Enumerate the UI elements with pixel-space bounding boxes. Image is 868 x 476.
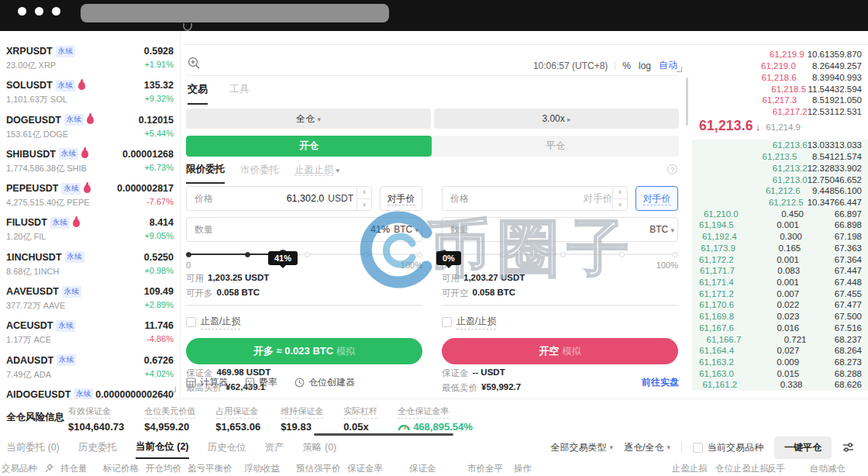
tab-tpsl-order[interactable]: 止盈止损 ▾ [294, 164, 339, 183]
bid-row[interactable]: 61,213.212.32833.902 [692, 162, 868, 174]
bottom-tab[interactable]: 当前仓位 (2) [136, 436, 189, 459]
bid-row[interactable]: 61,194.50.00166.898 [692, 219, 868, 231]
bid-row[interactable]: 61,171.40.00167.448 [692, 277, 868, 288]
column-header[interactable]: 预估强平价 [296, 463, 341, 474]
help-icon[interactable]: ? [667, 164, 677, 174]
bottom-tab[interactable]: 策略 (0) [303, 436, 337, 459]
close-position-tab[interactable]: 平仓 [432, 136, 679, 157]
watchlist-item[interactable]: SHIBUSDT永续0.000012681,774,586.38亿 SHIB+6… [6, 148, 174, 182]
price-stepper[interactable]: ∧∨ [612, 187, 627, 210]
bid-row[interactable]: 61,172.20.00167.364 [692, 254, 868, 265]
resize-corner-icon[interactable] [170, 387, 176, 392]
long-quantity-input[interactable]: 数量 41% BTC ▾ [186, 217, 422, 242]
watchlist-item[interactable]: FILUSDT永续8.4141.20亿 FIL+9.05% [6, 216, 174, 250]
only-current-symbol-checkbox[interactable]: 当前交易品种 [693, 441, 763, 454]
column-header[interactable]: 交易品种 [2, 463, 37, 474]
short-unit-dropdown[interactable]: BTC ▾ [649, 224, 674, 235]
address-bar[interactable] [81, 4, 389, 22]
column-header[interactable]: 市价全平 [467, 463, 503, 474]
short-price-input[interactable]: 价格 对手价 ∧∨ [442, 186, 628, 211]
ask-row[interactable]: 61,218.511.54432.594 [692, 83, 868, 95]
magnet-tool-icon[interactable] [181, 23, 194, 33]
resize-corner-icon[interactable] [677, 67, 682, 72]
column-header[interactable]: 保证金率 [347, 463, 383, 474]
column-header[interactable]: 标记价格 [103, 463, 139, 474]
bid-row[interactable]: 61,213.613.03313.033 [692, 140, 868, 151]
column-header[interactable]: 盈亏平衡价 [188, 463, 232, 474]
column-header[interactable]: 止盈止损 [672, 463, 708, 474]
bid-row[interactable]: 61,210.00.45066.897 [692, 208, 868, 219]
bid-row[interactable]: 61,171.20.00767.455 [692, 288, 868, 299]
long-bbo-button[interactable]: 对手价 [380, 186, 422, 211]
bid-row[interactable]: 61,171.70.08367.447 [692, 265, 868, 277]
bottom-tab[interactable]: 历史委托 [78, 436, 117, 459]
short-tpsl-label[interactable]: 止盈/止损 [456, 315, 496, 329]
tab-trade[interactable]: 交易 [188, 82, 208, 105]
bid-row[interactable]: 61,212.510.34766.447 [692, 197, 868, 209]
watchlist-item[interactable]: XRPUSDT永续0.592823.00亿 XRP+1.91% [6, 45, 174, 79]
horizontal-scrollbar[interactable] [314, 433, 453, 436]
long-price-input[interactable]: 价格 61,302.0 USDT ∧∨ [186, 186, 372, 211]
bid-row[interactable]: 61,213.012.75046.652 [692, 174, 868, 185]
watchlist-item[interactable]: AIDOGEUSDT永续0.0000000002640 [6, 388, 174, 398]
bottom-tab[interactable]: 当前委托 (0) [6, 436, 60, 459]
watchlist-item[interactable]: ADAUSDT永续0.67267.49亿 ADA+4.02% [6, 354, 174, 388]
bottom-tab[interactable]: 历史仓位 [208, 436, 246, 459]
open-position-tab[interactable]: 开仓 [186, 136, 432, 157]
watchlist-item[interactable]: DOGEUSDT永续0.12015153.61亿 DOGE+5.44% [6, 114, 174, 148]
short-quantity-input[interactable]: 数量 BTC ▾ [442, 217, 678, 242]
trade-type-filter-dropdown[interactable]: 全部交易类型▾ [551, 441, 614, 454]
tab-market-order[interactable]: 市价委托 [240, 164, 279, 183]
column-header[interactable]: 浮动收益 [244, 463, 280, 474]
column-header[interactable]: 操作 [514, 463, 532, 474]
watchlist-item[interactable]: 1INCHUSDT永续0.52508.68亿 1INCH+0.98% [6, 251, 174, 285]
bid-row[interactable]: 61,212.69.44856.100 [692, 185, 868, 197]
bid-row[interactable]: 61,163.00.01568.288 [692, 367, 868, 379]
long-tpsl-checkbox[interactable] [186, 317, 196, 327]
last-price-row[interactable]: 61,213.6 ↓ 61,214.9 [699, 118, 801, 134]
window-minimize-dot[interactable] [35, 7, 43, 16]
bid-row[interactable]: 61,167.60.01667.516 [692, 323, 868, 334]
column-header[interactable]: 开仓均价 [146, 463, 181, 474]
watchlist-item[interactable]: PEPEUSDT永续0.0000028174,275,515.40亿 PEPE-… [6, 182, 174, 216]
bid-row[interactable]: 61,192.40.30067.198 [692, 231, 868, 243]
bid-row[interactable]: 61,161.20.33868.626 [692, 379, 868, 391]
column-header[interactable]: 自动减仓 [810, 463, 846, 474]
column-header[interactable]: 仓位止盈止损 [715, 463, 769, 474]
leverage-dropdown[interactable]: 3.00x ▸ [434, 109, 679, 129]
tab-tools[interactable]: 工具 [229, 82, 250, 105]
margin-mode-filter-dropdown[interactable]: 逐仓/全仓▾ [624, 441, 670, 454]
price-stepper[interactable]: ∧∨ [356, 187, 371, 210]
bid-row[interactable]: 61,169.80.02367.500 [692, 311, 868, 323]
panel-scrollbar[interactable] [686, 78, 688, 126]
fee-rate-button[interactable]: 费率 [245, 376, 277, 389]
auto-scale-toggle[interactable]: 自动 [659, 59, 677, 72]
bottom-tab[interactable]: 资产 [265, 436, 284, 459]
long-amount-slider[interactable] [186, 250, 422, 260]
watchlist-item[interactable]: AAVEUSDT永续109.49377.72万 AAVE+2.89% [6, 285, 174, 319]
watchlist-item[interactable]: SOLUSDT永续135.321,101.63万 SOL+9.32% [6, 79, 174, 113]
margin-mode-dropdown[interactable]: 全仓 ▾ [186, 109, 431, 129]
window-zoom-dot[interactable] [52, 7, 60, 16]
position-builder-button[interactable]: 仓位创建器 [294, 376, 355, 389]
calculator-button[interactable]: 计算器 [186, 376, 228, 389]
table-settings-icon[interactable] [842, 442, 854, 453]
ask-row[interactable]: 61,219.910.61359.870 [692, 49, 868, 60]
bid-row[interactable]: 61,170.60.02267.477 [692, 299, 868, 311]
long-unit-dropdown[interactable]: BTC ▾ [394, 224, 418, 235]
log-scale-toggle[interactable]: log [639, 60, 651, 71]
go-to-live-link[interactable]: 前往实盘 [642, 376, 679, 389]
short-tpsl-checkbox[interactable] [442, 317, 452, 327]
watchlist-item[interactable]: ACEUSDT永续11.7461.17万 ACE-4.86% [6, 319, 174, 354]
bid-row[interactable]: 61,163.20.00968.273 [692, 357, 868, 368]
zoom-in-icon[interactable] [188, 57, 201, 70]
pin-icon[interactable] [45, 464, 53, 473]
bid-row[interactable]: 61,164.40.02768.264 [692, 345, 868, 357]
bid-row[interactable]: 61,166.70.72168.237 [692, 333, 868, 345]
column-header[interactable]: 持仓量 [60, 463, 88, 474]
column-header[interactable]: 保证金 [409, 463, 436, 474]
open-long-button[interactable]: 开多 ≈ 0.023 BTC模拟 [186, 338, 422, 364]
ask-row[interactable]: 61,217.38.51921.050 [692, 95, 868, 106]
bid-row[interactable]: 61,173.90.16567.363 [692, 242, 868, 254]
ask-row[interactable]: 61,219.08.26449.257 [692, 60, 868, 72]
